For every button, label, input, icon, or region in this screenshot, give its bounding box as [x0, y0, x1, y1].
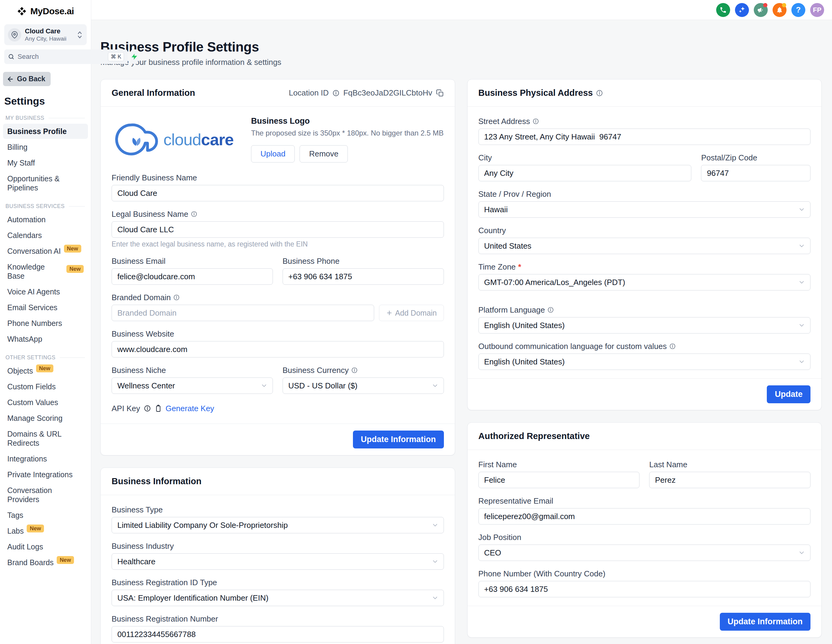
notifications-button[interactable] [773, 3, 787, 17]
user-avatar[interactable]: FP [810, 3, 824, 17]
section-label-other-settings: OTHER SETTINGS [5, 355, 56, 361]
branded-domain-input[interactable] [112, 305, 374, 321]
sidebar-item[interactable]: Conversation Providers [3, 483, 88, 507]
add-domain-button[interactable]: Add Domain [379, 305, 444, 321]
generate-key-link[interactable]: Generate Key [166, 404, 214, 413]
sidebar-item[interactable]: Phone Numbers [3, 316, 88, 331]
state-label: State / Prov / Region [478, 189, 811, 199]
sidebar-item[interactable]: Audit Logs [3, 539, 88, 554]
sidebar-item[interactable]: Opportunities & Pipelines [3, 171, 88, 195]
sidebar-item[interactable]: Tags [3, 508, 88, 523]
account-switcher[interactable]: Cloud Care Any City, Hawaii [4, 24, 87, 45]
city-input[interactable] [478, 165, 691, 181]
sidebar-item[interactable]: Custom Fields [3, 379, 88, 394]
info-icon[interactable] [547, 307, 554, 313]
business-type-select[interactable]: Limited Liability Company Or Sole-Propri… [112, 517, 444, 533]
sidebar-item[interactable]: Conversation AI New [3, 243, 88, 259]
street-address-input[interactable] [478, 129, 811, 145]
business-website-input[interactable] [112, 341, 444, 358]
info-icon[interactable] [144, 405, 151, 412]
business-currency-field: Business Currency USD - US Dollar ($) [283, 365, 444, 394]
representative-phone-input[interactable] [478, 581, 811, 597]
business-logo-label: Business Logo [251, 117, 444, 126]
sidebar-item[interactable]: WhatsApp [3, 331, 88, 347]
legal-business-name-input[interactable] [112, 221, 444, 238]
go-back-button[interactable]: Go Back [3, 72, 51, 86]
sidebar-item[interactable]: Private Integrations [3, 467, 88, 482]
business-currency-select[interactable]: USD - US Dollar ($) [283, 377, 444, 394]
back-arrow-icon [7, 75, 14, 83]
timezone-value: GMT-07:00 America/Los_Angeles (PDT) [484, 278, 625, 287]
sidebar-item[interactable]: Brand Boards New [3, 555, 88, 570]
sidebar-item[interactable]: My Staff [3, 155, 88, 170]
help-button[interactable]: ? [791, 3, 805, 17]
copy-icon[interactable] [436, 89, 444, 97]
sidebar-item[interactable]: Objects New [3, 363, 88, 379]
plus-icon [386, 310, 393, 316]
postal-zip-input[interactable] [701, 165, 810, 181]
api-key-label: API Key [112, 404, 140, 413]
search-bar[interactable]: ⌘ K [4, 50, 128, 64]
business-registration-number-input[interactable] [112, 626, 444, 642]
timezone-select[interactable]: GMT-07:00 America/Los_Angeles (PDT) [478, 274, 811, 291]
business-industry-select[interactable]: Healthcare [112, 553, 444, 570]
info-icon[interactable] [351, 367, 358, 374]
bell-icon [776, 6, 783, 14]
update-information-button[interactable]: Update Information [353, 431, 444, 448]
sidebar-item[interactable]: Domains & URL Redirects [3, 426, 88, 451]
sidebar-item[interactable]: Voice AI Agents [3, 284, 88, 299]
outbound-language-select[interactable]: English (United States) [478, 353, 811, 370]
sparkles-icon [738, 6, 746, 14]
search-input[interactable] [18, 53, 105, 61]
remove-logo-button[interactable]: Remove [299, 145, 348, 163]
sidebar-item[interactable]: Billing [3, 139, 88, 155]
sidebar-item[interactable]: Manage Scoring [3, 411, 88, 426]
business-physical-address-title: Business Physical Address [478, 88, 593, 98]
info-icon[interactable] [332, 89, 339, 97]
business-niche-select[interactable]: Wellness Center [112, 377, 273, 394]
friendly-business-name-input[interactable] [112, 185, 444, 201]
announcements-button[interactable] [754, 3, 768, 17]
platform-language-select[interactable]: English (United States) [478, 317, 811, 334]
sidebar-item[interactable]: Business Profile [3, 124, 88, 139]
info-icon[interactable] [173, 294, 180, 301]
update-address-button[interactable]: Update [767, 385, 810, 403]
authorized-representative-card: Authorized Representative First Name Las… [467, 422, 822, 638]
last-name-input[interactable] [649, 472, 810, 488]
outbound-language-field: Outbound communication language for cust… [478, 341, 811, 370]
state-select[interactable]: Hawaii [478, 201, 811, 218]
job-position-select[interactable]: CEO [478, 545, 811, 561]
ai-assistant-button[interactable] [735, 3, 749, 17]
cloud-logo-icon [112, 121, 162, 158]
clipboard-icon[interactable] [155, 405, 162, 412]
business-registration-id-type-select[interactable]: USA: Employer Identification Number (EIN… [112, 590, 444, 606]
chevron-down-icon [798, 242, 805, 249]
representative-email-input[interactable] [478, 508, 811, 524]
first-name-input[interactable] [478, 472, 640, 488]
update-representative-button[interactable]: Update Information [720, 613, 811, 631]
chevron-down-icon [798, 206, 805, 213]
sidebar-item[interactable]: Integrations [3, 451, 88, 466]
sidebar-item[interactable]: Labs New [3, 523, 88, 539]
info-icon[interactable] [191, 211, 197, 217]
phone-button[interactable] [716, 3, 730, 17]
info-icon[interactable] [533, 118, 539, 125]
chevron-down-icon [798, 358, 805, 365]
info-icon[interactable] [669, 343, 676, 350]
business-physical-address-card: Business Physical Address Street Address [467, 79, 822, 410]
info-icon[interactable] [596, 89, 603, 97]
sidebar-item[interactable]: Calendars [3, 228, 88, 243]
location-id-value: FqBc3eoJaD2GILCbtoHv [343, 88, 432, 97]
country-select[interactable]: United States [478, 238, 811, 254]
quick-actions-button[interactable] [131, 50, 138, 64]
app-name: MyDose.ai [30, 6, 74, 16]
sidebar-group-business-services: Automation Calendars Conversation AI New… [3, 212, 88, 347]
sidebar-item[interactable]: Custom Values [3, 395, 88, 410]
sidebar-item[interactable]: Knowledge Base New [3, 259, 88, 283]
upload-logo-button[interactable]: Upload [251, 145, 295, 163]
business-email-input[interactable] [112, 268, 273, 285]
business-niche-field: Business Niche Wellness Center [112, 365, 273, 394]
sidebar-item[interactable]: Automation [3, 212, 88, 227]
sidebar-item[interactable]: Email Services [3, 300, 88, 315]
business-phone-input[interactable] [283, 268, 444, 285]
